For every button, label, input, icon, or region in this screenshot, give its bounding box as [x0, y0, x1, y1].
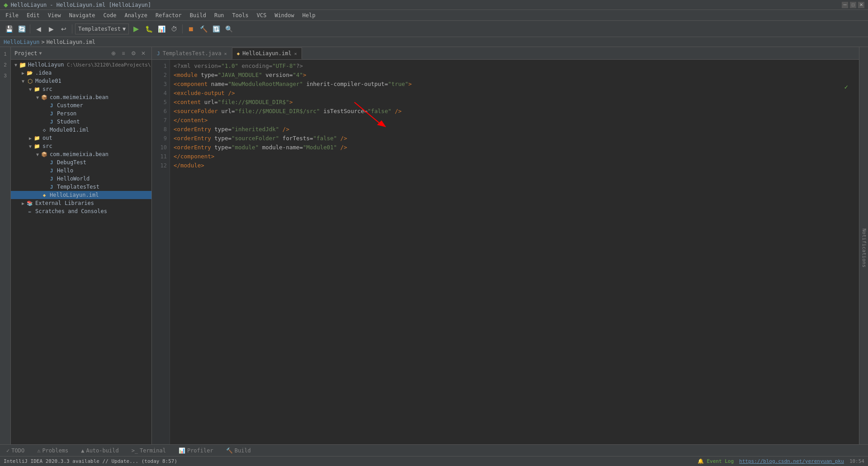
tab-close-button[interactable]: ✕	[224, 51, 227, 56]
tree-arrow-2: ▼	[20, 79, 26, 84]
line-number-6: 6	[152, 107, 167, 116]
tree-label-7: Student	[57, 119, 80, 125]
tree-item-com.meimeixia.bean[interactable]: ▼📦com.meimeixia.bean	[11, 150, 151, 158]
tree-item-person[interactable]: JPerson	[11, 109, 151, 118]
sidebar-icon-1[interactable]: 1	[0, 49, 10, 59]
tree-label-15: TemplatesTest	[57, 184, 99, 190]
stop-button[interactable]: ⏹	[185, 24, 196, 34]
tree-item-customer[interactable]: JCustomer	[11, 101, 151, 109]
sidebar-icon-3[interactable]: 3	[0, 71, 10, 81]
tab-hello-liayun[interactable]: ◆ HelloLiayun.iml ✕	[232, 48, 302, 59]
tree-item-src[interactable]: ▼📁src	[11, 142, 151, 150]
tree-label-13: Hello	[57, 167, 73, 174]
tree-item-hello[interactable]: JHello	[11, 166, 151, 175]
tree-item-debugtest[interactable]: JDebugTest	[11, 158, 151, 166]
menu-item-navigate[interactable]: Navigate	[66, 11, 99, 19]
menu-item-vcs[interactable]: VCS	[253, 11, 270, 19]
event-log-link[interactable]: 🔔 Event Log	[698, 458, 734, 464]
tree-item-src[interactable]: ▼📁src	[11, 85, 151, 93]
breadcrumb-sep1: >	[41, 39, 44, 45]
profiler-tab[interactable]: 📊 Profiler	[176, 447, 216, 455]
problems-tab[interactable]: ⚠ Problems	[34, 447, 71, 455]
todo-tab[interactable]: ✓ TODO	[4, 447, 27, 455]
forward-button[interactable]: ▶	[46, 24, 57, 34]
breadcrumb-project[interactable]: HelloLiayun	[4, 39, 39, 45]
tree-item-.idea[interactable]: ▶📂.idea	[11, 69, 151, 77]
profile-button[interactable]: ⏱	[169, 24, 179, 34]
run-config-label: TemplatesTest	[78, 26, 121, 32]
recent-files-button[interactable]: ↩	[58, 24, 69, 34]
code-editor[interactable]: 123456789101112 <?xml version="1.0" enco…	[152, 60, 859, 444]
tree-item-external-libraries[interactable]: ▶📚External Libraries	[11, 199, 151, 207]
notifications-label[interactable]: Notifications	[860, 225, 868, 271]
menu-item-code[interactable]: Code	[100, 11, 120, 19]
tree-item-module01.iml[interactable]: ◇Module01.iml	[11, 126, 151, 134]
code-line-7: </content>	[174, 116, 855, 125]
tree-item-com.meimeixia.bean[interactable]: ▼📦com.meimeixia.bean	[11, 93, 151, 101]
sync-button[interactable]: 🔄	[16, 24, 27, 34]
minimize-button[interactable]: ─	[842, 2, 848, 8]
main-content: 1 2 3 Project ▼ ⊕ ≡ ⚙ ✕ ▼📁HelloLiayun C:…	[0, 47, 868, 444]
collapse-all-button[interactable]: ≡	[119, 49, 128, 58]
save-all-button[interactable]: 💾	[4, 24, 14, 34]
tree-label-18: Scratches and Consoles	[35, 208, 107, 214]
tree-arrow-17: ▶	[20, 201, 26, 206]
close-panel-button[interactable]: ✕	[139, 49, 148, 58]
menu-item-edit[interactable]: Edit	[23, 11, 43, 19]
project-header-actions: ⊕ ≡ ⚙ ✕	[109, 49, 148, 58]
show-options-button[interactable]: ⚙	[129, 49, 138, 58]
code-content[interactable]: <?xml version="1.0" encoding="UTF-8"?><m…	[170, 60, 859, 444]
tree-item-out[interactable]: ▶📁out	[11, 134, 151, 142]
line-number-1: 1	[152, 62, 167, 71]
tree-label-16: HelloLiayun.iml	[50, 192, 99, 198]
coverage-button[interactable]: 📊	[156, 24, 167, 34]
line-number-9: 9	[152, 134, 167, 143]
tree-icon-java: J	[48, 183, 55, 190]
menu-item-run[interactable]: Run	[211, 11, 228, 19]
title-bar-controls: ─ □ ✕	[842, 2, 864, 8]
menu-item-help[interactable]: Help	[299, 11, 319, 19]
tree-item-helloliayun[interactable]: ▼📁HelloLiayun C:\Users\32120\IdeaProject…	[11, 61, 151, 69]
menu-item-view[interactable]: View	[44, 11, 65, 19]
line-number-3: 3	[152, 80, 167, 89]
tree-item-templatestest[interactable]: JTemplatesTest	[11, 183, 151, 191]
code-line-12: </module>	[174, 161, 855, 170]
tab-active-close-button[interactable]: ✕	[294, 51, 297, 56]
status-link[interactable]: https://blog.csdn.net/yerenyuan_pku	[739, 458, 844, 464]
todo-icon: ✓	[6, 447, 9, 454]
build-project-button[interactable]: 🔨	[198, 24, 209, 34]
tree-item-scratches-and-consoles[interactable]: ✏Scratches and Consoles	[11, 207, 151, 215]
build-icon: 🔨	[226, 447, 233, 454]
tree-item-module01[interactable]: ▼⬡Module01	[11, 77, 151, 85]
profiler-label: Profiler	[187, 447, 213, 454]
tree-arrow-9: ▶	[27, 136, 33, 141]
tree-icon-src-folder: 📁	[33, 143, 41, 150]
menu-item-build[interactable]: Build	[186, 11, 210, 19]
menu-item-analyze[interactable]: Analyze	[121, 11, 151, 19]
auto-build-tab[interactable]: ▲ Auto-build	[78, 447, 121, 455]
search-everywhere-button[interactable]: 🔍	[223, 24, 234, 34]
menu-item-refactor[interactable]: Refactor	[152, 11, 185, 19]
breadcrumb-file[interactable]: HelloLiayun.iml	[47, 39, 95, 45]
close-button[interactable]: ✕	[858, 2, 864, 8]
project-tree: ▼📁HelloLiayun C:\Users\32120\IdeaProject…	[11, 60, 151, 444]
tree-item-student[interactable]: JStudent	[11, 118, 151, 126]
tab-templates-test[interactable]: J TemplatesTest.java ✕	[152, 48, 232, 59]
locate-file-button[interactable]: ⊕	[109, 49, 118, 58]
debug-button[interactable]: 🐛	[143, 24, 154, 34]
menu-item-tools[interactable]: Tools	[229, 11, 252, 19]
terminal-tab[interactable]: >_ Terminal	[129, 447, 169, 455]
run-button[interactable]: ▶	[131, 24, 142, 34]
tree-item-helloliayun.iml[interactable]: ◆HelloLiayun.iml	[11, 191, 151, 199]
run-config-dropdown[interactable]: TemplatesTest ▼	[75, 24, 129, 34]
tree-label-3: src	[42, 86, 52, 92]
sidebar-icon-2[interactable]: 2	[0, 60, 10, 70]
maximize-button[interactable]: □	[850, 2, 856, 8]
back-button[interactable]: ◀	[33, 24, 44, 34]
code-line-2: <module type="JAVA_MODULE" version="4">	[174, 71, 855, 80]
reload-button[interactable]: 🔃	[211, 24, 222, 34]
menu-item-file[interactable]: File	[2, 11, 22, 19]
menu-item-window[interactable]: Window	[271, 11, 297, 19]
tree-item-helloworld[interactable]: JHelloWorld	[11, 175, 151, 183]
build-tab[interactable]: 🔨 Build	[223, 447, 254, 455]
